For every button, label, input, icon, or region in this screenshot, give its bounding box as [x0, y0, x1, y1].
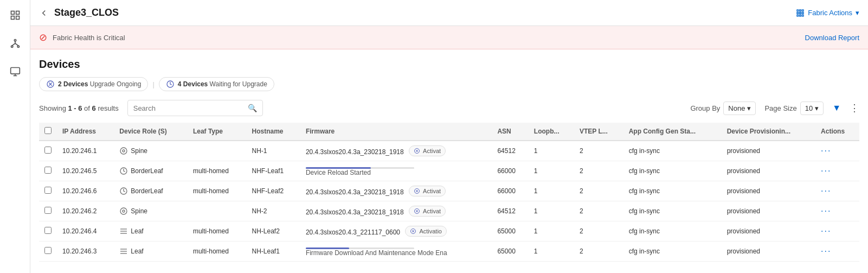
- cell-provisioning: provisioned: [722, 181, 815, 201]
- row-actions-button[interactable]: ···: [821, 146, 831, 155]
- cell-firmware: 20.4.3slxos20.4.3a_230218_1918 Activat: [300, 201, 492, 221]
- cell-actions[interactable]: ···: [815, 201, 859, 221]
- table-header-row: IP Address Device Role (S) Leaf Type Hos…: [39, 123, 859, 141]
- svg-line-8: [12, 43, 15, 46]
- fabric-actions-button[interactable]: Fabric Actions ▾: [796, 9, 859, 17]
- svg-rect-3: [16, 16, 19, 20]
- cell-actions[interactable]: ···: [815, 221, 859, 242]
- header-checkbox-cell: [39, 123, 57, 141]
- alert-message: Fabric Health is Critical: [53, 34, 125, 42]
- cell-role: BorderLeaf: [114, 181, 188, 201]
- sidebar-icon-grid[interactable]: [7, 7, 24, 24]
- svg-line-9: [15, 43, 18, 46]
- toolbar: Showing 1 - 6 of 6 results 🔍 Group By No…: [39, 100, 859, 116]
- row-checkbox[interactable]: [44, 247, 52, 254]
- svg-rect-21: [802, 15, 804, 16]
- dropdown-arrow-icon: ▾: [856, 9, 859, 17]
- cell-role: Leaf: [114, 221, 188, 242]
- search-input[interactable]: [133, 104, 248, 112]
- cell-asn: 66000: [492, 161, 528, 181]
- devices-title: Devices: [39, 58, 859, 71]
- cell-firmware: 20.4.3slxos20.4.3a_230218_1918 Activat: [300, 141, 492, 161]
- cell-firmware: 20.4.3slxos20.4.3_221117_0600 Activatio: [300, 221, 492, 242]
- cell-actions[interactable]: ···: [815, 161, 859, 181]
- cell-actions[interactable]: ···: [815, 141, 859, 161]
- table-wrapper: IP Address Device Role (S) Leaf Type Hos…: [39, 123, 859, 262]
- header-provisioning: Device Provisionin...: [722, 123, 815, 141]
- header-actions: Actions: [815, 123, 859, 141]
- row-actions-button[interactable]: ···: [821, 206, 831, 215]
- cell-provisioning: provisioned: [722, 221, 815, 242]
- header-firmware: Firmware: [300, 123, 492, 141]
- badge-waiting-upgrade[interactable]: 4 Devices Waiting for Upgrade: [159, 77, 274, 91]
- svg-rect-2: [11, 16, 14, 20]
- cell-vtep: 2: [574, 161, 623, 181]
- back-button[interactable]: [39, 8, 49, 18]
- cell-app-config: cfg in-sync: [623, 201, 722, 221]
- row-checkbox[interactable]: [44, 167, 52, 174]
- page-size-label: Page Size: [764, 104, 796, 112]
- page-size-value: 10: [805, 104, 813, 112]
- cell-asn: 65000: [492, 242, 528, 262]
- page-size-select[interactable]: 10 ▾: [800, 101, 824, 115]
- alert-bar: ⊘ Fabric Health is Critical Download Rep…: [30, 26, 868, 49]
- cell-provisioning: provisioned: [722, 141, 815, 161]
- svg-point-4: [14, 40, 16, 41]
- row-actions-button[interactable]: ···: [821, 186, 831, 195]
- cell-hostname: NH-1: [247, 141, 300, 161]
- svg-point-36: [120, 208, 127, 214]
- cell-app-config: cfg in-sync: [623, 161, 722, 181]
- svg-rect-16: [797, 12, 799, 14]
- content-area: Devices 2 Devices Upgrade Ongoing | 4 De…: [30, 49, 868, 273]
- page-size-arrow-icon: ▾: [815, 104, 819, 112]
- row-checkbox[interactable]: [44, 207, 52, 214]
- table-row: 10.20.246.3 Leaf multi-homed NH: [39, 242, 859, 262]
- cell-actions[interactable]: ···: [815, 181, 859, 201]
- svg-rect-1: [16, 11, 19, 15]
- svg-rect-18: [802, 12, 804, 14]
- sidebar-icon-diagram[interactable]: [7, 35, 24, 52]
- row-actions-button[interactable]: ···: [821, 246, 831, 256]
- cell-loopback: 1: [529, 181, 574, 201]
- header-loopback: Loopb...: [529, 123, 574, 141]
- cell-ip: 10.20.246.1: [57, 141, 114, 161]
- badge-waiting-count: 4 Devices Waiting for Upgrade: [178, 80, 267, 88]
- badge-upgrade-ongoing[interactable]: 2 Devices Upgrade Ongoing: [39, 77, 148, 91]
- alert-icon: ⊘: [39, 31, 47, 43]
- group-by-value: None: [728, 104, 745, 112]
- cell-actions[interactable]: ···: [815, 242, 859, 262]
- cell-provisioning: provisioned: [722, 161, 815, 181]
- header-app-config: App Config Gen Sta...: [623, 123, 722, 141]
- row-checkbox[interactable]: [44, 147, 52, 154]
- svg-rect-14: [800, 10, 801, 11]
- filter-icon[interactable]: ▼: [832, 103, 841, 113]
- row-actions-button[interactable]: ···: [821, 166, 831, 175]
- cell-vtep: 2: [574, 242, 623, 262]
- download-report-link[interactable]: Download Report: [805, 34, 859, 42]
- cell-role: Spine: [114, 141, 188, 161]
- header-leaf-type: Leaf Type: [188, 123, 247, 141]
- select-all-checkbox[interactable]: [44, 127, 52, 134]
- cell-ip: 10.20.246.3: [57, 242, 114, 262]
- badge-separator: |: [152, 80, 154, 88]
- more-options-icon[interactable]: ⋮: [850, 102, 859, 114]
- cell-ip: 10.20.246.5: [57, 161, 114, 181]
- row-checkbox[interactable]: [44, 227, 52, 234]
- devices-table: IP Address Device Role (S) Leaf Type Hos…: [39, 123, 859, 262]
- fabric-actions-label: Fabric Actions: [808, 9, 852, 17]
- search-box[interactable]: 🔍: [127, 100, 263, 116]
- cell-hostname: NH-Leaf2: [247, 221, 300, 242]
- page-size: Page Size 10 ▾: [764, 101, 824, 115]
- cell-hostname: NH-Leaf1: [247, 242, 300, 262]
- cell-loopback: 1: [529, 161, 574, 181]
- row-checkbox[interactable]: [44, 187, 52, 194]
- group-by: Group By None ▾: [690, 101, 756, 115]
- svg-point-27: [123, 150, 125, 152]
- cell-provisioning: provisioned: [722, 201, 815, 221]
- sidebar-icon-monitor[interactable]: [7, 63, 24, 80]
- cell-app-config: cfg in-sync: [623, 181, 722, 201]
- cell-role: Spine: [114, 201, 188, 221]
- row-actions-button[interactable]: ···: [821, 226, 831, 236]
- group-by-select[interactable]: None ▾: [723, 101, 756, 115]
- cell-loopback: 1: [529, 201, 574, 221]
